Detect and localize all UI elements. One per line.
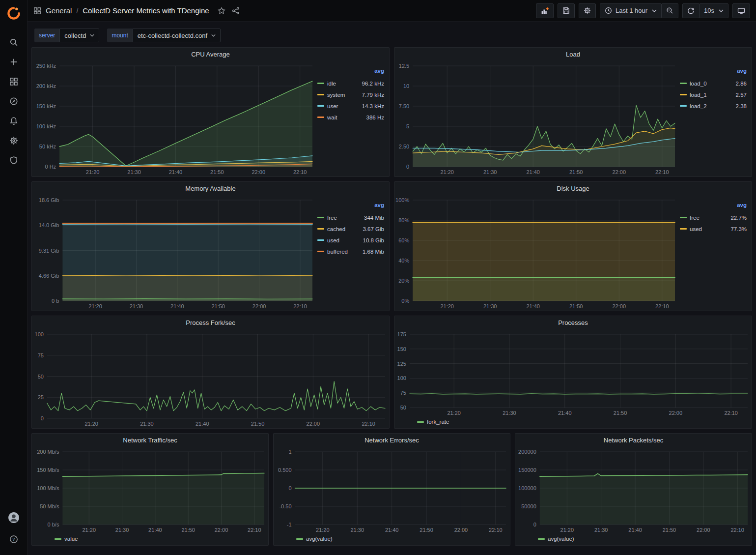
variable-server-select[interactable]: collectd (59, 29, 99, 42)
legend-cpu-average: avgidle96.2 kHzsystem7.79 kHzuser14.3 kH… (316, 61, 389, 176)
chart-cpu-average[interactable]: 0 Hz50 kHz100 kHz150 kHz200 kHz250 kHz21… (32, 61, 316, 176)
svg-text:22:10: 22:10 (655, 169, 669, 175)
svg-text:22:10: 22:10 (489, 527, 503, 533)
panel-title-memory-available[interactable]: Memory Available (32, 182, 389, 195)
legend-series-avg-value: 77.3% (730, 226, 747, 232)
legend-item-buffered[interactable]: buffered1.68 Mib (317, 246, 384, 257)
svg-text:21:20: 21:20 (84, 421, 98, 427)
share-icon[interactable] (231, 6, 241, 16)
help-icon[interactable]: ? (4, 531, 24, 547)
svg-text:21:40: 21:40 (170, 303, 184, 309)
chart-memory-available[interactable]: 0 b4.66 Gib9.31 Gib14.0 Gib18.6 Gib21:20… (32, 195, 316, 311)
legend-item-system[interactable]: system7.79 kHz (317, 89, 384, 100)
chart-processes[interactable]: 507510012515017521:2021:3021:4021:5022:0… (394, 329, 752, 417)
panel-process-fork: Process Fork/sec025507510021:2021:3021:4… (31, 316, 390, 429)
legend-item-load_1[interactable]: load_12.57 (680, 89, 747, 100)
variables-bar: server collectd mount etc-collectd-colle… (28, 22, 756, 46)
legend-network-packets: avg(value) (515, 534, 752, 545)
cycle-view-button[interactable] (732, 3, 750, 18)
breadcrumb: General / CollectD Server Metrics with T… (33, 6, 241, 16)
chart-disk-usage[interactable]: 0%20%40%60%80%100%21:2021:3021:4021:5022… (394, 195, 679, 311)
legend-series-name: idle (327, 81, 336, 87)
svg-text:0: 0 (406, 164, 409, 170)
legend-item-avg(value)[interactable]: avg(value) (296, 534, 333, 543)
variable-mount-value: etc-collectd-collectd.conf (138, 32, 207, 39)
dashboard-settings-button[interactable] (579, 3, 596, 18)
chart-network-errors[interactable]: -1-0.5000.500121:2021:3021:4021:5022:002… (274, 447, 510, 534)
legend-item-cached[interactable]: cached3.67 Gib (317, 223, 384, 234)
panel-title-load[interactable]: Load (394, 48, 752, 61)
svg-text:21:50: 21:50 (210, 169, 224, 175)
avatar[interactable] (4, 510, 24, 526)
configuration-gear-icon[interactable] (4, 133, 24, 148)
panel-title-network-errors[interactable]: Network Errors/sec (274, 434, 510, 447)
legend-item-used[interactable]: used10.8 Gib (317, 234, 384, 246)
panel-network-traffic: Network Traffic/sec0 b/s50 Mb/s100 Mb/s1… (31, 433, 269, 546)
grafana-logo[interactable] (6, 4, 21, 23)
chart-network-packets[interactable]: 05000010000015000020000021:2021:3021:402… (515, 447, 752, 534)
zoom-out-button[interactable] (661, 3, 678, 18)
legend-item-idle[interactable]: idle96.2 kHz (317, 78, 384, 89)
panel-processes: Processes507510012515017521:2021:3021:40… (394, 316, 752, 429)
panel-title-processes[interactable]: Processes (394, 316, 752, 329)
legend-item-load_0[interactable]: load_02.86 (680, 78, 747, 89)
legend-item-user[interactable]: user14.3 kHz (317, 100, 384, 112)
star-icon[interactable] (217, 6, 226, 16)
explore-compass-icon[interactable] (4, 93, 24, 109)
search-icon[interactable] (4, 34, 24, 50)
svg-text:21:40: 21:40 (526, 303, 540, 309)
svg-text:20%: 20% (398, 278, 409, 284)
legend-header-avg[interactable]: avg (317, 202, 384, 212)
svg-text:22:10: 22:10 (724, 410, 738, 416)
legend-item-wait[interactable]: wait386 Hz (317, 112, 384, 123)
refresh-interval-picker[interactable]: 10s (699, 3, 728, 18)
chart-process-fork[interactable]: 025507510021:2021:3021:4021:5022:0022:10 (32, 329, 389, 428)
svg-text:0: 0 (41, 415, 44, 421)
svg-text:75: 75 (400, 390, 406, 396)
variable-mount-select[interactable]: etc-collectd-collectd.conf (133, 29, 221, 42)
add-panel-button[interactable] (536, 3, 554, 18)
legend-series-name: load_1 (690, 92, 707, 98)
refresh-button[interactable] (682, 3, 700, 18)
legend-item-avg(value)[interactable]: avg(value) (538, 534, 574, 543)
legend-header-avg[interactable]: avg (680, 202, 747, 212)
panel-title-network-traffic[interactable]: Network Traffic/sec (32, 434, 268, 447)
plus-icon[interactable] (4, 54, 24, 70)
legend-header-avg[interactable]: avg (680, 68, 747, 78)
legend-item-value[interactable]: value (55, 534, 78, 543)
legend-item-used[interactable]: used77.3% (680, 223, 747, 234)
panel-disk-usage: Disk Usage0%20%40%60%80%100%21:2021:3021… (394, 181, 752, 311)
time-range-picker[interactable]: Last 1 hour (600, 3, 662, 18)
panel-title-disk-usage[interactable]: Disk Usage (394, 182, 752, 195)
legend-item-free[interactable]: free22.7% (680, 212, 747, 223)
legend-item-load_2[interactable]: load_22.38 (680, 100, 747, 112)
legend-item-free[interactable]: free344 Mib (317, 212, 384, 223)
legend-disk-usage: avgfree22.7%used77.3% (679, 195, 752, 311)
legend-series-avg-value: 10.8 Gib (363, 237, 384, 243)
legend-memory-available: avgfree344 Mibcached3.67 Gibused10.8 Gib… (316, 195, 389, 311)
chart-load[interactable]: 02.5057.501012.521:2021:3021:4021:5022:0… (394, 61, 679, 176)
chart-network-traffic[interactable]: 0 b/s50 Mb/s100 Mb/s150 Mb/s200 Mb/s21:2… (32, 447, 268, 534)
save-dashboard-button[interactable] (558, 3, 575, 18)
legend-header-avg[interactable]: avg (317, 68, 384, 78)
dashboard-row-4: Network Traffic/sec0 b/s50 Mb/s100 Mb/s1… (31, 433, 752, 546)
svg-text:21:20: 21:20 (316, 527, 330, 533)
alerting-bell-icon[interactable] (4, 113, 24, 129)
server-admin-shield-icon[interactable] (4, 152, 24, 168)
legend-series-avg-value: 96.2 kHz (362, 81, 384, 87)
svg-text:22:00: 22:00 (697, 527, 710, 533)
panel-title-process-fork[interactable]: Process Fork/sec (32, 316, 389, 329)
svg-text:21:50: 21:50 (663, 527, 676, 533)
sidebar: ? (0, 0, 28, 555)
time-range-label: Last 1 hour (616, 7, 647, 14)
legend-item-fork_rate[interactable]: fork_rate (417, 417, 449, 426)
breadcrumb-section[interactable]: General (46, 6, 72, 15)
panel-title-network-packets[interactable]: Network Packets/sec (515, 434, 752, 447)
dashboards-icon[interactable] (4, 74, 24, 89)
svg-text:22:00: 22:00 (612, 169, 626, 175)
panel-title-cpu-average[interactable]: CPU Average (32, 48, 389, 61)
legend-series-avg-value: 14.3 kHz (362, 103, 384, 109)
legend-network-errors: avg(value) (274, 534, 510, 545)
chevron-down-icon (719, 9, 724, 12)
svg-text:250 kHz: 250 kHz (36, 63, 56, 69)
